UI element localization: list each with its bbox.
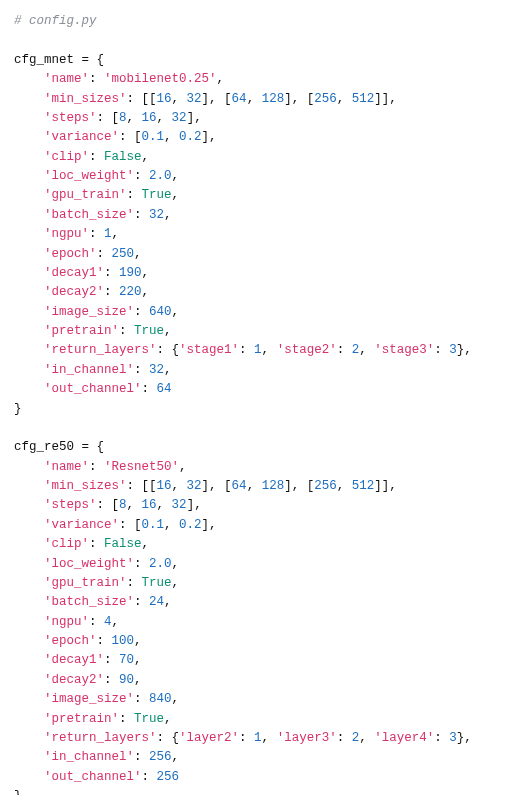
identifier: cfg_re50 xyxy=(14,440,74,454)
dict-key: 'min_sizes' xyxy=(44,92,127,106)
string-literal: 'mobilenet0.25' xyxy=(104,72,217,86)
identifier: cfg_mnet xyxy=(14,53,74,67)
number-literal: 16 xyxy=(157,92,172,106)
code-block: # config.py cfg_mnet = { 'name': 'mobile… xyxy=(14,12,497,795)
keyword-literal: False xyxy=(104,150,142,164)
comment-line: # config.py xyxy=(14,14,97,28)
dict-key: 'name' xyxy=(44,72,89,86)
